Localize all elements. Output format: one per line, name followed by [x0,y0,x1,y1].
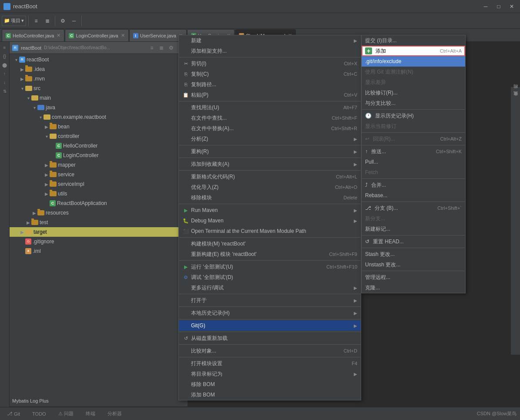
panel-expand-btn[interactable]: ≡ [148,44,156,52]
menu-item-debug-maven[interactable]: 🐛 Debug Maven ▶ [179,215,361,226]
submenu-clone[interactable]: 克隆... [362,282,465,293]
menu-item-optimize-imports[interactable]: 优化导入(Z) Ctrl+Alt+O [179,182,361,192]
tree-item-login[interactable]: C LoginController [10,151,188,160]
collapse-all-button[interactable]: ≣ [42,16,53,26]
submenu-show-history[interactable]: 🕐 显示历史记录(H) [362,111,465,121]
tree-item-resources[interactable]: ▶ resources [10,208,188,218]
panel-settings-btn[interactable]: ⚙ [167,44,175,52]
menu-item-refactor[interactable]: 重构(R) ▶ [179,146,361,157]
submenu-commit-dir[interactable]: 提交 (I)目录... [362,35,465,46]
left-btn-2[interactable]: {} [1,52,9,60]
tree-item-utils[interactable]: ▶ utils [10,189,188,198]
tree-item-java[interactable]: ▾ java [10,103,188,112]
left-btn-3[interactable]: ⬤ [1,61,9,69]
menu-item-rebuild-module[interactable]: 重新构建(E) 模块 'reactBoot' Ctrl+Shift+F9 [179,249,361,259]
menu-item-add-bom[interactable]: 添加 BOM [179,390,361,400]
tree-item-test[interactable]: ▶ test [10,218,188,227]
submenu-push[interactable]: ↑ 推送... Ctrl+Shift+K [362,146,465,157]
menu-item-mark-dir[interactable]: 将目录标记为 ▶ [179,369,361,379]
menu-item-remove-bom[interactable]: 移除 BOM [179,379,361,390]
menu-item-add-framework[interactable]: 添加框架支持... [179,46,361,56]
menu-item-debug-tests[interactable]: ⚙ 调试 '全部测试'(D) [179,272,361,282]
submenu-reset-head[interactable]: ↺ 重置 HEAD... [362,236,465,247]
menu-item-local-history[interactable]: 本地历史记录(H) ▶ [179,308,361,318]
menu-item-compare[interactable]: 比较对象... Ctrl+D [179,346,361,356]
left-btn-1[interactable]: ≡ [1,44,9,51]
tree-item-mvn[interactable]: ▶ .mvn [10,74,188,84]
menu-item-run-maven[interactable]: ▶ Run Maven ▶ [179,205,361,215]
tree-item-bean[interactable]: ▶ bean [10,122,188,131]
tab-hello-controller[interactable]: C HelloController.java ✕ [2,29,64,41]
close-button[interactable]: ✕ [507,2,517,11]
menu-item-copy[interactable]: ⎘ 复制(C) Ctrl+C [179,69,361,79]
submenu-branch[interactable]: ⎇ 分支 (B)... Ctrl+Shift+` [362,203,465,213]
menu-item-replace-in-file[interactable]: 在文件中替换(A)... Ctrl+Shift+R [179,123,361,134]
submenu-git-exclude[interactable]: .git/info/exclude [362,56,465,67]
menu-item-cut[interactable]: ✂ 剪切(I) Ctrl+X [179,58,361,69]
tree-item-iml[interactable]: X .iml [10,246,188,256]
maximize-button[interactable]: □ [494,2,503,11]
menu-item-find-usages[interactable]: 查找用法(U) Alt+F7 [179,102,361,113]
submenu-stash[interactable]: Stash 更改... [362,249,465,259]
left-btn-sort[interactable]: ⇅ [1,87,9,95]
menu-item-analyze[interactable]: 分析(Z) ▶ [179,134,361,144]
tree-item-gitignore[interactable]: G .gitignore [10,237,188,246]
tab-user-service[interactable]: I UserService.java ✕ [129,29,187,41]
problems-status-tab[interactable]: ⚠ 问题 [55,407,77,420]
submenu-manage-remotes[interactable]: 管理远程... [362,272,465,282]
menu-item-reload[interactable]: ↺ 从磁盘重新加载 [179,333,361,343]
menu-item-open-terminal[interactable]: ⬛ Open Terminal at the Current Maven Mod… [179,226,361,236]
tab-login-controller[interactable]: C LoginController.java ✕ [65,29,128,41]
menu-item-build-module[interactable]: 构建模块(M) 'reactBoot' [179,239,361,249]
left-btn-down[interactable]: ↓ [1,78,9,86]
submenu-add[interactable]: + 添加 Ctrl+Alt+A [362,46,465,56]
submenu-unstash[interactable]: Unstash 更改... [362,259,465,270]
menu-item-add-favorites[interactable]: 添加到收藏夹(A) ▶ [179,159,361,169]
todo-status-tab[interactable]: TODO [29,407,50,420]
tree-root[interactable]: ▾ R reactBoot [10,55,188,64]
menu-item-copy-path[interactable]: ⎘ 复制路径... [179,79,361,90]
tree-item-reactboot-app[interactable]: C ReactBootApplication [10,198,188,208]
submenu-new-tag[interactable]: 新建标记... [362,224,465,234]
panel-collapse-btn[interactable]: ≣ [157,44,166,52]
tree-item-com[interactable]: ▾ com.example.reactboot [10,112,188,122]
terminal-status-tab[interactable]: 终端 [82,407,99,420]
settings-button[interactable]: ⚙ [57,16,68,26]
tree-item-main[interactable]: ▾ main [10,93,188,103]
submenu-compare-branch[interactable]: 与分支比较... [362,98,465,108]
menu-item-run-tests[interactable]: ▶ 运行 '全部测试'(U) Ctrl+Shift+F10 [179,262,361,272]
left-btn-up[interactable]: ↑ [1,70,9,77]
menu-item-paste[interactable]: 📋 粘贴(P) Ctrl+V [179,90,361,100]
project-dropdown[interactable]: 📁 项目 ▾ [2,16,26,26]
tree-item-service[interactable]: ▶ service [10,170,188,179]
tree-item-hello[interactable]: C HelloController [10,141,188,151]
tree-item-target[interactable]: ▶ target [10,227,188,237]
expand-all-button[interactable]: ≡ [31,16,41,26]
submenu-rebase[interactable]: Rebase... [362,190,465,201]
tree-item-controller[interactable]: ▾ controller [10,131,188,141]
favorites-label[interactable]: 收藏夹 [513,97,519,101]
tree-item-serviceimpl[interactable]: ▶ serviceImpl [10,179,188,189]
project-tree[interactable]: ▾ R reactBoot ▶ .idea ▶ .mvn ▾ [10,54,188,395]
submenu-pull[interactable]: Pull... [362,157,465,167]
git-status-tab[interactable]: ⎇ Git [3,407,23,420]
menu-item-git[interactable]: Git(G) ▶ [179,320,361,331]
minimize-panel-button[interactable]: ─ [69,16,79,26]
menu-item-module-settings[interactable]: 打开模块设置 F4 [179,358,361,369]
tree-item-src[interactable]: ▾ src [10,84,188,93]
tree-item-idea[interactable]: ▶ .idea [10,64,188,74]
structure-label[interactable]: 结构 [513,91,519,94]
submenu-compare-revision[interactable]: 比较修订(R)... [362,87,465,98]
tree-item-mapper[interactable]: ▶ mapper [10,160,188,170]
tab-close-hello[interactable]: ✕ [57,33,60,38]
menu-item-new[interactable]: 新建 ▶ [179,35,361,46]
menu-item-remove-module[interactable]: 移除模块 Delete [179,192,361,203]
menu-item-open-in[interactable]: 打开于 ▶ [179,295,361,306]
menu-item-more-run[interactable]: 更多运行/调试 ▶ [179,282,361,293]
tab-close-login[interactable]: ✕ [121,33,125,38]
submenu-merge[interactable]: ⤴ 合并... [362,180,465,190]
menu-item-reformat[interactable]: 重新格式化代码(R) Ctrl+Alt+L [179,171,361,182]
minimize-button[interactable]: ─ [481,2,490,11]
analysis-status-tab[interactable]: 分析器 [104,407,125,420]
menu-item-find-in-file[interactable]: 在文件中查找... Ctrl+Shift+F [179,113,361,123]
